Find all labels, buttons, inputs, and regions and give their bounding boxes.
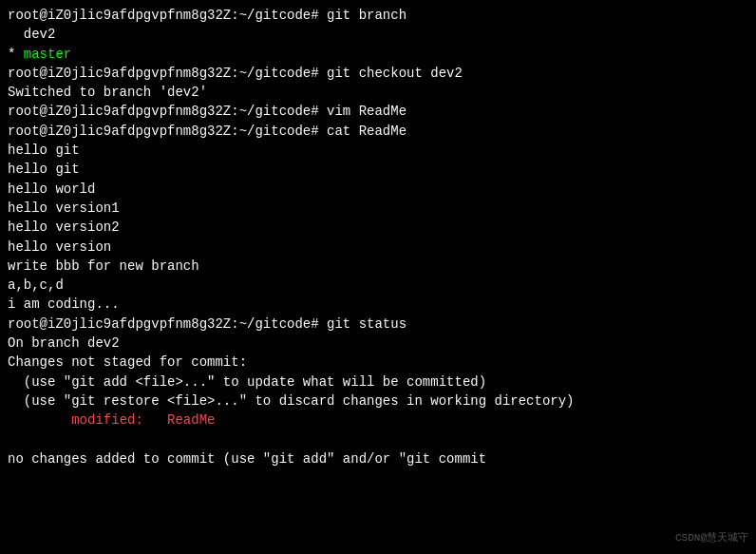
line-text: (use "git restore <file>..." to discard … [8,393,575,409]
line-text: * [8,47,24,62]
terminal-line [8,430,748,449]
terminal-line: hello version2 [8,218,748,237]
terminal-line: root@iZ0jlic9afdpgvpfnm8g32Z:~/gitcode# … [8,6,748,25]
line-text: write bbb for new branch [8,258,199,274]
terminal-line: (use "git add <file>..." to update what … [8,373,748,392]
line-text: dev2 [8,27,55,42]
line-text: hello version1 [8,201,120,216]
terminal-line: hello version1 [8,199,748,218]
branch-master-label: master [24,47,71,62]
line-text: root@iZ0jlic9afdpgvpfnm8g32Z:~/gitcode# … [8,124,406,139]
terminal-container: root@iZ0jlic9afdpgvpfnm8g32Z:~/gitcode# … [8,6,748,468]
terminal-line: On branch dev2 [8,334,748,353]
line-text: root@iZ0jlic9afdpgvpfnm8g32Z:~/gitcode# … [8,8,406,23]
line-text: no changes added to commit (use "git add… [8,451,486,467]
terminal-line: i am coding... [8,295,748,314]
line-text: Changes not staged for commit: [8,354,247,370]
terminal-line: Switched to branch 'dev2' [8,83,748,102]
terminal-line: (use "git restore <file>..." to discard … [8,392,748,411]
line-text: hello version2 [8,220,120,235]
line-text: hello world [8,181,95,197]
line-text: root@iZ0jlic9afdpgvpfnm8g32Z:~/gitcode# … [8,66,463,81]
line-text: root@iZ0jlic9afdpgvpfnm8g32Z:~/gitcode# … [8,316,406,332]
terminal-line: hello git [8,160,748,179]
line-text: a,b,c,d [8,277,64,293]
terminal-line: no changes added to commit (use "git add… [8,449,748,468]
line-text: root@iZ0jlic9afdpgvpfnm8g32Z:~/gitcode# … [8,104,406,119]
terminal-line: root@iZ0jlic9afdpgvpfnm8g32Z:~/gitcode# … [8,64,748,83]
terminal-line: Changes not staged for commit: [8,353,748,372]
terminal-line: * master [8,45,748,64]
terminal-line: hello world [8,180,748,199]
line-text: hello git [8,143,80,158]
terminal-line: hello version [8,238,748,257]
line-text: Switched to branch 'dev2' [8,85,207,100]
terminal-line: root@iZ0jlic9afdpgvpfnm8g32Z:~/gitcode# … [8,122,748,141]
line-text: On branch dev2 [8,335,120,351]
line-text: i am coding... [8,296,120,312]
line-text: hello version [8,239,111,255]
terminal-line: dev2 [8,25,748,44]
terminal-line: write bbb for new branch [8,257,748,276]
terminal-line: root@iZ0jlic9afdpgvpfnm8g32Z:~/gitcode# … [8,315,748,334]
terminal-line: hello git [8,141,748,160]
terminal-line: modified: ReadMe [8,411,748,430]
terminal-line: root@iZ0jlic9afdpgvpfnm8g32Z:~/gitcode# … [8,102,748,121]
line-text: hello git [8,162,80,177]
modified-label: modified: ReadMe [8,412,215,428]
line-text: (use "git add <file>..." to update what … [8,374,486,390]
terminal-line: a,b,c,d [8,276,748,295]
watermark: CSDN@慧天城守 [675,531,748,546]
